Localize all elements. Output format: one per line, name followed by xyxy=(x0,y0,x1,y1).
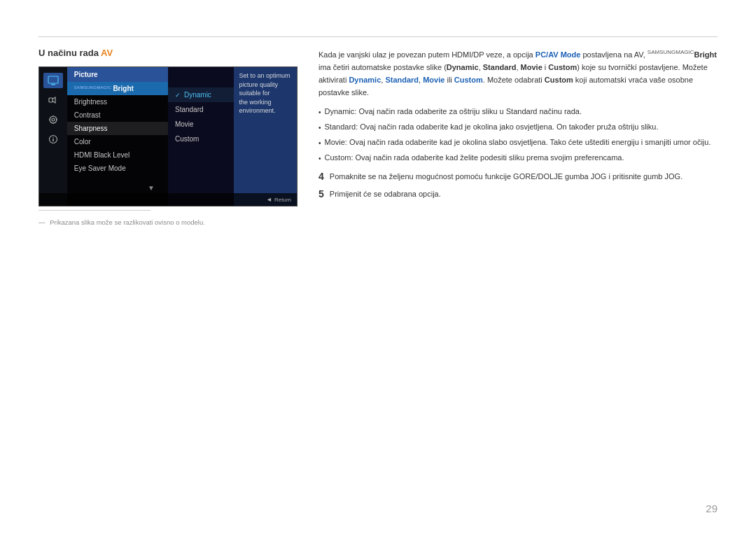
tv-menu-title: Picture xyxy=(74,71,98,78)
tv-icon-picture xyxy=(43,73,63,88)
sub-item-standard: Standard xyxy=(168,102,234,117)
tv-icon-audio xyxy=(43,92,63,108)
custom-bold2: Custom xyxy=(545,76,573,84)
tv-menu-header: Picture xyxy=(67,67,168,82)
menu-item-color: Color xyxy=(67,135,168,148)
movie-ref: Movie xyxy=(521,63,542,71)
movie-blue: Movie xyxy=(423,76,444,84)
tv-menu-screenshot: Picture SAMSUNGMAGIC Bright Brightness C… xyxy=(38,66,298,206)
svg-rect-2 xyxy=(49,98,52,102)
content-area: Kada je vanjski ulaz je povezan putem HD… xyxy=(318,48,718,206)
tv-icon-info xyxy=(43,132,63,147)
bullet-item-dynamic: • Dynamic: Ovaj način rada odaberite za … xyxy=(318,106,718,118)
step-4-number: 4 xyxy=(318,171,324,183)
footnote-line xyxy=(38,210,150,211)
dynamic-ref: Dynamic xyxy=(447,63,479,71)
step-4-text: Pomaknite se na željenu mogućnost pomoću… xyxy=(330,171,682,183)
tv-bottom-bar: ◄ Return xyxy=(39,193,297,206)
page-number: 29 xyxy=(706,503,718,514)
svg-point-3 xyxy=(50,116,57,123)
bullet-movie-label: Movie xyxy=(325,138,345,146)
step-5: 5 Primijenit će se odabrana opcija. xyxy=(318,188,718,200)
bullet-item-standard: • Standard: Ovaj način rada odaberite ka… xyxy=(318,121,718,133)
tv-sub-menu: Dynamic Standard Movie Custom xyxy=(168,67,234,206)
bullet-custom-label: Custom xyxy=(325,153,351,162)
step-4: 4 Pomaknite se na željenu mogućnost pomo… xyxy=(318,171,718,183)
tv-return-button: ◄ Return xyxy=(266,196,291,203)
standard-ref: Standard xyxy=(483,63,517,71)
bullet-item-custom: • Custom: Ovaj način rada odaberite kad … xyxy=(318,152,718,164)
footnote-text: Prikazana slika može se razlikovati ovis… xyxy=(50,218,205,226)
bullet-list: • Dynamic: Ovaj način rada odaberite za … xyxy=(318,106,718,164)
menu-item-brightness: Brightness xyxy=(67,95,168,108)
section-title: U načinu rada AV xyxy=(38,48,113,58)
menu-item-hdmi: HDMI Black Level xyxy=(67,148,168,162)
menu-item-sharpness: Sharpness xyxy=(67,122,168,135)
sub-item-movie: Movie xyxy=(168,117,234,132)
magic-bright-ref: Bright xyxy=(694,50,716,59)
menu-item-eye-saver: Eye Saver Mode xyxy=(67,162,168,175)
menu-item-contrast: Contrast xyxy=(67,108,168,122)
content-intro-paragraph: Kada je vanjski ulaz je povezan putem HD… xyxy=(318,48,718,99)
tv-sidebar xyxy=(39,67,67,206)
sub-item-custom: Custom xyxy=(168,132,234,146)
magic-bright-brand: SAMSUNGMAGIC xyxy=(74,85,112,92)
section-title-av: AV xyxy=(101,48,113,58)
bullet-standard-ref: Standard xyxy=(506,107,538,115)
custom-ref: Custom xyxy=(548,63,577,71)
standard-blue: Standard xyxy=(385,76,419,84)
bullet-item-movie: • Movie: Ovaj način rada odaberite kad j… xyxy=(318,136,718,148)
tv-menu-items-list: Brightness Contrast Sharpness Color HDMI… xyxy=(67,95,168,175)
svg-rect-0 xyxy=(48,76,58,83)
svg-point-4 xyxy=(52,118,55,121)
sub-item-dynamic: Dynamic xyxy=(168,87,234,102)
dynamic-blue: Dynamic xyxy=(349,76,381,84)
tv-tooltip: Set to an optimum picture quality suitab… xyxy=(234,67,297,206)
svg-point-11 xyxy=(52,136,54,138)
magic-bright-text: Bright xyxy=(113,85,133,92)
top-divider xyxy=(38,36,718,37)
tv-icon-system xyxy=(43,112,63,127)
section-title-prefix: U načinu rada xyxy=(38,48,101,58)
tv-scroll-indicator: ▼ xyxy=(148,184,155,192)
bullet-dynamic-label: Dynamic xyxy=(325,107,355,115)
svg-rect-1 xyxy=(51,84,55,85)
footnote: Prikazana slika može se razlikovati ovis… xyxy=(38,218,205,226)
custom-blue: Custom xyxy=(454,76,483,84)
pc-av-mode-text: PC/AV Mode xyxy=(536,50,581,59)
step-5-text: Primijenit će se odabrana opcija. xyxy=(330,188,441,200)
bullet-standard-label: Standard xyxy=(325,122,356,131)
step-5-number: 5 xyxy=(318,188,324,200)
